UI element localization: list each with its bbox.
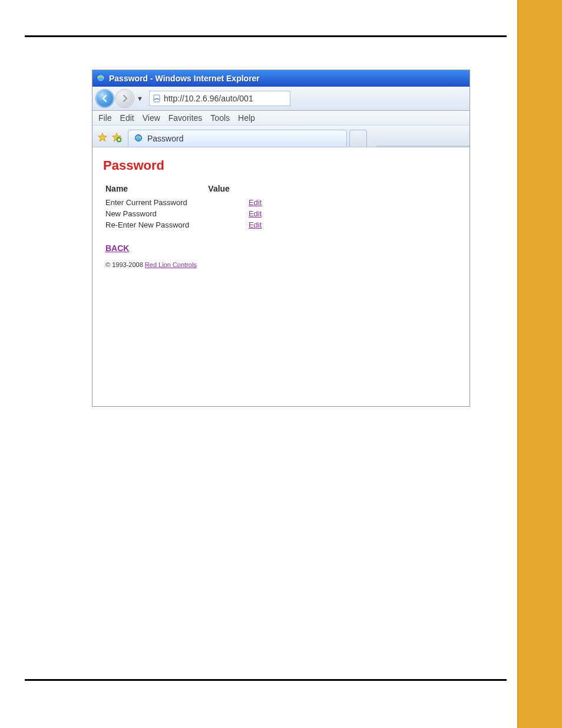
forward-button[interactable] — [116, 90, 134, 107]
address-bar[interactable]: http://10.2.6.96/auto/001 — [149, 91, 290, 106]
doc-rule-bottom — [25, 679, 507, 681]
page-content: Password Name Value Enter Current Passwo… — [92, 147, 470, 276]
tab-bar: Password — [92, 126, 470, 147]
table-row: Re-Enter New Password Edit — [103, 219, 278, 230]
edit-link[interactable]: Edit — [249, 198, 262, 207]
menu-file[interactable]: File — [98, 113, 112, 123]
menu-bar: File Edit View Favorites Tools Help — [92, 111, 470, 126]
table-row: New Password Edit — [103, 208, 278, 219]
page-heading: Password — [103, 158, 459, 173]
password-table: Name Value Enter Current Password Edit N… — [103, 183, 278, 230]
edit-link[interactable]: Edit — [249, 209, 262, 218]
menu-help[interactable]: Help — [238, 113, 255, 123]
table-header-row: Name Value — [103, 183, 278, 197]
ie-tab-icon — [134, 134, 144, 143]
address-text: http://10.2.6.96/auto/001 — [164, 94, 253, 103]
svg-point-0 — [97, 74, 105, 81]
row-name: Enter Current Password — [103, 197, 206, 208]
nav-toolbar: ▼ http://10.2.6.96/auto/001 — [92, 87, 470, 111]
col-value: Value — [206, 183, 246, 197]
doc-margin-bar — [517, 0, 562, 728]
menu-edit[interactable]: Edit — [120, 113, 134, 123]
menu-favorites[interactable]: Favorites — [168, 113, 203, 123]
copyright-text: © 1993-2008 — [105, 261, 145, 268]
title-bar: Password - Windows Internet Explorer — [92, 70, 470, 87]
copyright: © 1993-2008 Red Lion Controls — [105, 261, 459, 268]
doc-margin-bar-edge — [517, 0, 518, 728]
new-tab-button[interactable] — [349, 130, 367, 147]
tabbar-bottom-rule — [376, 146, 470, 147]
svg-point-3 — [135, 135, 142, 141]
edit-link[interactable]: Edit — [249, 220, 262, 229]
ie-logo-icon — [96, 73, 109, 84]
row-name: Re-Enter New Password — [103, 219, 206, 230]
browser-tab[interactable]: Password — [128, 130, 347, 147]
favorites-star-icon[interactable] — [97, 132, 108, 143]
back-button[interactable] — [96, 90, 114, 107]
table-row: Enter Current Password Edit — [103, 197, 278, 208]
window-title: Password - Windows Internet Explorer — [109, 74, 260, 83]
row-name: New Password — [103, 208, 206, 219]
browser-window: Password - Windows Internet Explorer ▼ h… — [92, 70, 470, 407]
page-icon — [152, 94, 161, 103]
nav-recent-dropdown[interactable]: ▼ — [136, 95, 144, 102]
col-name: Name — [103, 183, 206, 197]
menu-view[interactable]: View — [143, 113, 160, 123]
row-value — [206, 197, 246, 208]
add-favorite-icon[interactable] — [111, 132, 122, 143]
doc-rule-top — [25, 35, 507, 37]
copyright-link[interactable]: Red Lion Controls — [145, 261, 197, 268]
row-value — [206, 219, 246, 230]
tab-label: Password — [147, 134, 183, 143]
row-value — [206, 208, 246, 219]
menu-tools[interactable]: Tools — [210, 113, 230, 123]
back-link[interactable]: BACK — [105, 243, 129, 253]
